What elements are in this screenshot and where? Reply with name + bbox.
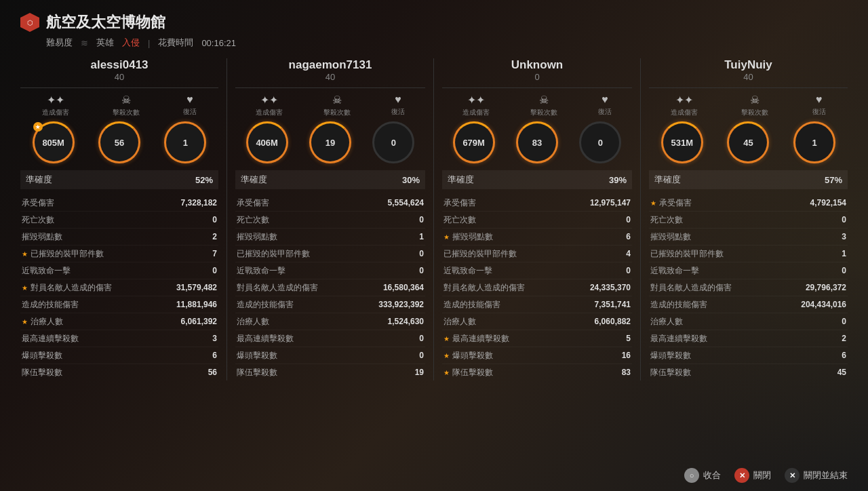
stat-value-3-5: 29,796,372 xyxy=(806,283,846,292)
stat-label-0-0: 承受傷害 xyxy=(22,197,54,209)
stat-row-3-0: ★ 承受傷害 4,792,154 xyxy=(649,195,848,212)
kills-icon-group-1: ☠ 擊殺次數 xyxy=(323,94,351,117)
stat-label-0-3: ★ 已摧毀的裝甲部件數 xyxy=(22,248,104,260)
stat-row-1-0: 承受傷害 5,554,624 xyxy=(235,195,425,212)
stat-label-1-4: 近戰致命一擊 xyxy=(237,265,285,277)
damage-ring-1: 406M xyxy=(246,121,288,163)
stat-row-0-9: 爆頭擊殺數 6 xyxy=(20,347,218,364)
stat-row-1-3: 已摧毀的裝甲部件數 0 xyxy=(235,246,425,262)
stat-value-0-10: 56 xyxy=(208,368,217,377)
stat-value-3-3: 1 xyxy=(842,249,846,258)
stat-label-2-6: 造成的技能傷害 xyxy=(443,299,500,311)
stat-row-1-5: 對員名敵人造成的傷害 16,580,364 xyxy=(235,279,425,296)
stat-row-0-4: 近戰致命一擊 0 xyxy=(20,262,218,279)
revive-circle-0: 1 xyxy=(164,121,206,163)
accuracy-value-2: 39% xyxy=(609,175,627,185)
stat-value-3-7: 0 xyxy=(842,317,846,326)
revive-icon-1: ♥ xyxy=(395,94,401,106)
damage-value-1: 406M xyxy=(256,138,278,148)
kills-label-3: 擊殺次數 xyxy=(741,108,768,117)
accuracy-value-3: 57% xyxy=(825,175,842,185)
revive-icon-0: ♥ xyxy=(186,94,193,106)
stat-row-2-3: 已摧毀的裝甲部件數 4 xyxy=(442,246,632,262)
accuracy-label-0: 準確度 xyxy=(26,174,52,186)
damage-circle-1: 406M xyxy=(246,121,288,163)
player-level-1: 40 xyxy=(235,72,425,82)
player-name-3: TuiyNuiy xyxy=(649,58,848,72)
stat-row-1-4: 近戰致命一擊 0 xyxy=(235,262,425,279)
kills-icon-group-3: ☠ 擊殺次數 xyxy=(741,94,768,117)
stat-value-1-9: 0 xyxy=(419,351,424,360)
revive-icon-group-3: ♥ 復活 xyxy=(812,94,826,117)
divider-0 xyxy=(20,87,218,88)
kills-label-1: 擊殺次數 xyxy=(323,108,351,117)
divider-2 xyxy=(442,87,632,88)
player-level-0: 40 xyxy=(20,72,218,82)
stats-icons-2: ✦✦ 造成傷害 ☠ 擊殺次數 ♥ 復活 xyxy=(442,94,632,117)
stat-label-2-0: 承受傷害 xyxy=(443,197,476,209)
kills-circle-0: 56 xyxy=(98,121,140,163)
close-end-button[interactable]: ✕ 關閉並結束 xyxy=(785,468,848,483)
player-col-3: TuiyNuiy 40 ✦✦ 造成傷害 ☠ 擊殺次數 ♥ 復活 531M xyxy=(641,58,848,380)
stat-value-2-1: 0 xyxy=(626,215,631,224)
stat-row-3-3: 已摧毀的裝甲部件數 1 xyxy=(649,246,848,262)
mission-icon xyxy=(20,13,39,32)
accuracy-row-0: 準確度 52% xyxy=(20,170,218,189)
mode-value: 入侵 xyxy=(122,37,140,49)
stat-row-1-8: 最高連續擊殺數 0 xyxy=(235,330,425,347)
stat-row-0-7: ★ 治療人數 6,061,392 xyxy=(20,313,218,330)
stat-value-2-0: 12,975,147 xyxy=(590,198,631,208)
collapse-button[interactable]: ○ 收合 xyxy=(684,468,721,483)
stat-value-3-6: 204,434,016 xyxy=(801,300,846,309)
stat-value-0-3: 7 xyxy=(212,249,217,258)
stat-row-3-9: 爆頭擊殺數 6 xyxy=(649,347,848,364)
stat-row-0-8: 最高連續擊殺數 3 xyxy=(20,330,218,347)
circles-row-3: 531M 45 1 xyxy=(649,121,848,163)
stat-label-3-4: 近戰致命一擊 xyxy=(650,265,699,277)
stat-row-3-6: 造成的技能傷害 204,434,016 xyxy=(649,296,848,313)
kills-icon-group-0: ☠ 擊殺次數 xyxy=(113,94,140,117)
revive-ring-0: 1 xyxy=(164,121,206,163)
player-name-0: alessi0413 xyxy=(20,58,218,72)
revive-ring-3: 1 xyxy=(793,121,835,163)
stat-label-1-3: 已摧毀的裝甲部件數 xyxy=(237,248,310,260)
stat-value-1-8: 0 xyxy=(419,334,424,343)
close-button[interactable]: ✕ 關閉 xyxy=(734,468,771,483)
stat-label-3-6: 造成的技能傷害 xyxy=(650,299,707,311)
stat-value-0-9: 6 xyxy=(212,351,217,360)
stat-value-3-10: 45 xyxy=(837,368,846,377)
kills-value-1: 19 xyxy=(326,138,335,148)
stat-row-2-5: 對員名敵人造成的傷害 24,335,370 xyxy=(442,279,632,296)
stat-label-1-10: 隊伍擊殺數 xyxy=(237,367,277,378)
main-content: 航空及太空博物館 難易度 ≋ 英雄 入侵 | 花費時間 00:16:21 ale… xyxy=(0,0,868,387)
stat-value-1-4: 0 xyxy=(419,266,424,275)
revive-label-0: 復活 xyxy=(183,107,197,117)
stat-row-0-0: 承受傷害 7,328,182 xyxy=(20,195,218,212)
stat-label-1-5: 對員名敵人造成的傷害 xyxy=(237,282,318,294)
revive-ring-2: 0 xyxy=(579,121,621,163)
revive-value-0: 1 xyxy=(183,138,188,148)
stat-value-2-10: 83 xyxy=(622,368,631,377)
stats-table-2: 承受傷害 12,975,147 死亡次數 0 ★ 摧毀弱點數 xyxy=(442,195,632,380)
stat-label-3-1: 死亡次數 xyxy=(650,214,683,226)
stat-row-1-10: 隊伍擊殺數 19 xyxy=(235,364,425,380)
stat-value-2-3: 4 xyxy=(626,249,631,258)
stat-label-3-0: ★ 承受傷害 xyxy=(650,197,692,209)
damage-icon-group-2: ✦✦ 造成傷害 xyxy=(462,94,490,117)
stat-value-0-7: 6,061,392 xyxy=(181,317,217,326)
player-header-3: TuiyNuiy 40 xyxy=(649,58,848,82)
stat-row-1-7: 治療人數 1,524,630 xyxy=(235,313,425,330)
mission-title: 航空及太空博物館 xyxy=(46,12,165,33)
damage-label-0: 造成傷害 xyxy=(42,108,69,117)
stat-label-3-9: 爆頭擊殺數 xyxy=(650,350,691,361)
kills-ring-3: 45 xyxy=(727,121,769,163)
stat-value-3-9: 6 xyxy=(842,351,846,360)
stat-label-1-8: 最高連續擊殺數 xyxy=(237,333,294,345)
collapse-label: 收合 xyxy=(703,469,721,482)
stat-value-1-6: 333,923,392 xyxy=(378,300,424,309)
stat-row-2-6: 造成的技能傷害 7,351,741 xyxy=(442,296,632,313)
stat-value-2-7: 6,060,882 xyxy=(595,317,631,326)
stat-row-2-0: 承受傷害 12,975,147 xyxy=(442,195,632,212)
star-mark-2-9: ★ xyxy=(443,352,450,359)
stat-label-1-1: 死亡次數 xyxy=(237,214,269,226)
